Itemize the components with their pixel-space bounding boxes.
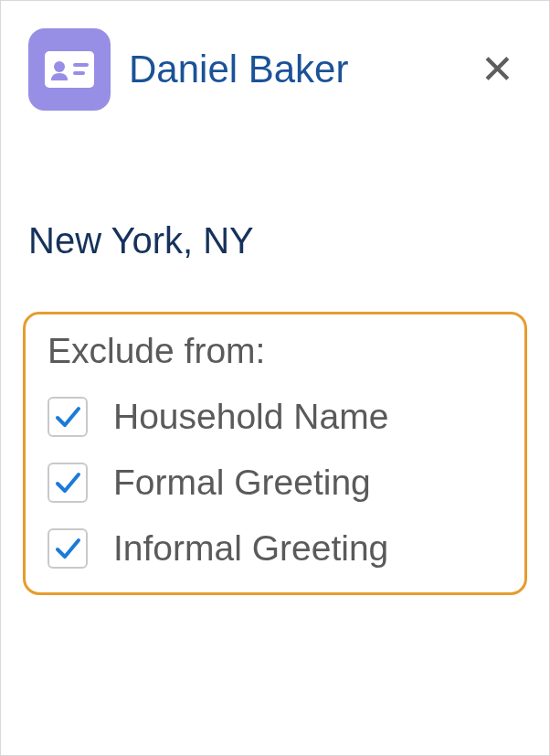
exclude-option-household-name: Household Name xyxy=(48,397,502,437)
contact-icon xyxy=(28,28,111,111)
svg-point-1 xyxy=(54,61,65,72)
svg-rect-0 xyxy=(45,51,94,88)
card-header: Daniel Baker ✕ xyxy=(28,28,522,111)
checkbox-label: Household Name xyxy=(113,397,388,437)
svg-rect-3 xyxy=(73,71,85,75)
checkbox-label: Formal Greeting xyxy=(113,463,371,503)
location-text: New York, NY xyxy=(28,220,522,261)
checkbox-formal-greeting[interactable] xyxy=(48,463,88,503)
checkbox-household-name[interactable] xyxy=(48,397,88,437)
exclude-title: Exclude from: xyxy=(48,331,502,371)
exclude-panel: Exclude from: Household Name Formal Gree… xyxy=(23,312,527,595)
exclude-option-formal-greeting: Formal Greeting xyxy=(48,463,502,503)
exclude-option-informal-greeting: Informal Greeting xyxy=(48,528,502,569)
person-name[interactable]: Daniel Baker xyxy=(129,48,455,91)
svg-rect-2 xyxy=(73,63,89,67)
checkbox-label: Informal Greeting xyxy=(113,528,388,569)
close-icon[interactable]: ✕ xyxy=(473,49,522,90)
checkbox-informal-greeting[interactable] xyxy=(48,528,88,569)
contact-card: Daniel Baker ✕ New York, NY Exclude from… xyxy=(1,1,549,623)
